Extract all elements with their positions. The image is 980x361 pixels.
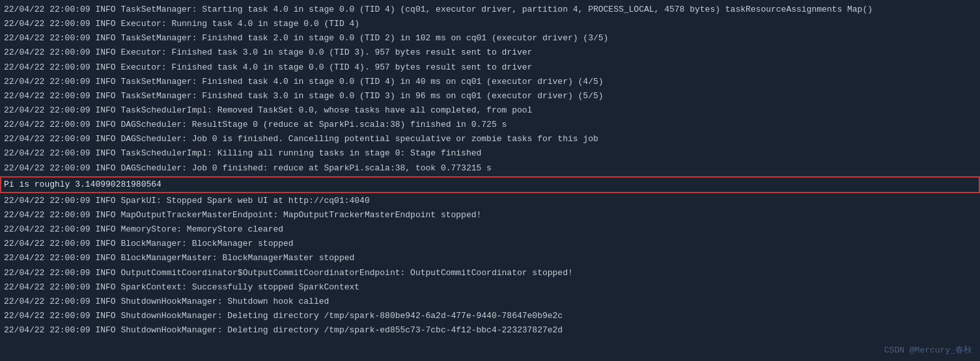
log-line: 22/04/22 22:00:09 INFO Executor: Finishe…: [0, 60, 980, 75]
log-line: 22/04/22 22:00:09 INFO OutputCommitCoord…: [0, 266, 980, 280]
log-line: 22/04/22 22:00:09 INFO SparkUI: Stopped …: [0, 194, 980, 208]
log-line: 22/04/22 22:00:09 INFO ShutdownHookManag…: [0, 309, 980, 323]
log-line: 22/04/22 22:00:09 INFO TaskSetManager: F…: [0, 75, 980, 89]
log-line: 22/04/22 22:00:09 INFO Executor: Running…: [0, 17, 980, 31]
log-container: 22/04/22 22:00:09 INFO TaskSetManager: S…: [0, 3, 980, 338]
log-line: 22/04/22 22:00:09 INFO ShutdownHookManag…: [0, 295, 980, 309]
log-line: 22/04/22 22:00:09 INFO BlockManager: Blo…: [0, 237, 980, 251]
log-line: 22/04/22 22:00:09 INFO TaskSetManager: S…: [0, 3, 980, 17]
log-line: 22/04/22 22:00:09 INFO TaskSetManager: F…: [0, 89, 980, 103]
log-line: 22/04/22 22:00:09 INFO DAGScheduler: Job…: [0, 132, 980, 146]
highlighted-log-line: Pi is roughly 3.140990281980564: [0, 176, 980, 193]
log-line: 22/04/22 22:00:09 INFO MapOutputTrackerM…: [0, 208, 980, 222]
log-line: 22/04/22 22:00:09 INFO MemoryStore: Memo…: [0, 222, 980, 237]
log-line: 22/04/22 22:00:09 INFO TaskSchedulerImpl…: [0, 146, 980, 161]
log-line: 22/04/22 22:00:09 INFO TaskSetManager: F…: [0, 31, 980, 46]
log-line: 22/04/22 22:00:09 INFO Executor: Finishe…: [0, 46, 980, 60]
log-line: 22/04/22 22:00:09 INFO ShutdownHookManag…: [0, 323, 980, 338]
log-line: 22/04/22 22:00:09 INFO BlockManagerMaste…: [0, 251, 980, 265]
watermark: CSDN @Mercury_春秋: [884, 344, 972, 356]
log-line: 22/04/22 22:00:09 INFO DAGScheduler: Job…: [0, 161, 980, 176]
log-line: 22/04/22 22:00:09 INFO TaskSchedulerImpl…: [0, 103, 980, 118]
log-line: 22/04/22 22:00:09 INFO DAGScheduler: Res…: [0, 118, 980, 132]
terminal-window: 22/04/22 22:00:09 INFO TaskSetManager: S…: [0, 0, 980, 361]
log-line: 22/04/22 22:00:09 INFO SparkContext: Suc…: [0, 280, 980, 295]
